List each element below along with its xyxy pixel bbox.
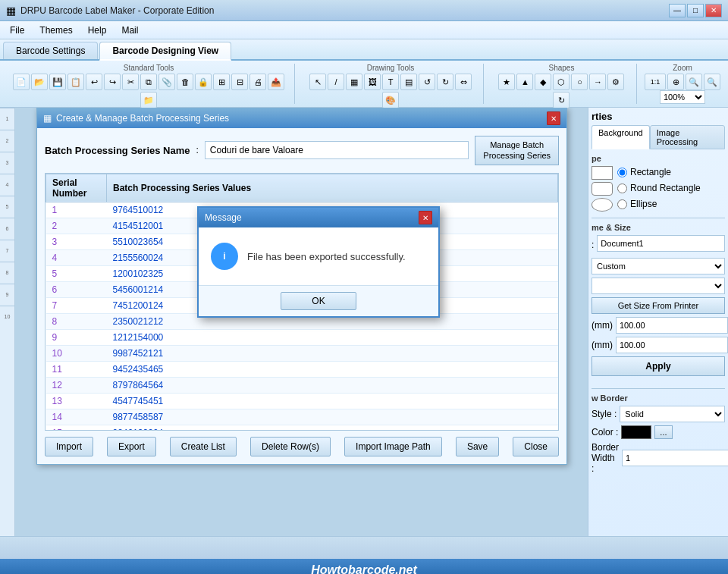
- serial-cell: 15: [46, 425, 107, 431]
- draw-select-btn[interactable]: ↖: [309, 74, 326, 90]
- flip-btn[interactable]: ⇔: [455, 74, 472, 90]
- draw-barcode2-btn[interactable]: ▤: [400, 74, 417, 90]
- menu-mail[interactable]: Mail: [115, 23, 145, 38]
- message-buttons: OK: [199, 285, 438, 316]
- undo-btn[interactable]: ↩: [86, 74, 102, 90]
- folder-btn[interactable]: 📁: [140, 92, 157, 108]
- border-color-btn[interactable]: ...: [654, 425, 672, 439]
- document-name-input[interactable]: [597, 235, 725, 252]
- draw-line-btn[interactable]: /: [328, 74, 344, 90]
- name-size-section: me & Size : Custom A4 Letter Get Size Fr…: [592, 223, 725, 382]
- close-batch-btn[interactable]: Close: [513, 437, 559, 456]
- shapes-label: Shapes: [549, 64, 575, 72]
- batch-buttons: Import Export Create List Delete Row(s) …: [45, 437, 559, 456]
- apply-button[interactable]: Apply: [592, 356, 725, 376]
- orientation-select[interactable]: [592, 278, 725, 294]
- triangle-btn[interactable]: ▲: [516, 74, 533, 90]
- diamond-btn[interactable]: ◆: [535, 74, 551, 90]
- star5-btn[interactable]: ★: [498, 74, 515, 90]
- border-width-input[interactable]: [622, 450, 728, 466]
- shape-option-rect: Rectangle: [592, 166, 725, 180]
- import-image-path-btn[interactable]: Import Image Path: [344, 437, 442, 456]
- width-input[interactable]: [616, 317, 728, 334]
- message-text: File has been exported successfully.: [247, 251, 406, 262]
- delete-btn[interactable]: 🗑: [177, 74, 193, 90]
- app-icon: ▦: [6, 5, 16, 17]
- redo-btn[interactable]: ↪: [104, 74, 121, 90]
- draw-text-btn[interactable]: T: [382, 74, 399, 90]
- zoom-ratio-btn[interactable]: 1:1: [645, 74, 666, 90]
- tab-image-processing[interactable]: Image Processing: [650, 125, 725, 149]
- menu-help[interactable]: Help: [81, 23, 114, 38]
- draw-barcode-btn[interactable]: ▦: [346, 74, 362, 90]
- batch-dialog-title-text: Create & Manage Batch Processing Series: [56, 113, 229, 124]
- cut-btn[interactable]: ✂: [122, 74, 139, 90]
- export-btn[interactable]: 📤: [268, 74, 284, 90]
- size-preset-select[interactable]: Custom A4 Letter: [592, 258, 725, 274]
- zoom-fit-btn[interactable]: ⊕: [667, 74, 684, 90]
- copy-btn[interactable]: ⧉: [140, 74, 157, 90]
- minimize-button[interactable]: —: [669, 4, 686, 17]
- saveas-btn[interactable]: 📋: [67, 74, 84, 90]
- ok-button[interactable]: OK: [281, 292, 356, 310]
- batch-dialog-close[interactable]: ✕: [547, 111, 560, 125]
- right-panel-tabs: Background Image Processing: [592, 125, 725, 149]
- serial-cell: 11: [46, 361, 107, 377]
- delete-rows-btn[interactable]: Delete Row(s): [250, 437, 331, 456]
- gear-btn[interactable]: ⚙: [607, 74, 624, 90]
- arrow-circular-btn[interactable]: ↻: [553, 92, 570, 108]
- zoom-in-btn[interactable]: 🔍: [686, 74, 702, 90]
- draw-image-btn[interactable]: 🖼: [364, 74, 381, 90]
- paint-btn[interactable]: 🎨: [382, 92, 399, 108]
- message-close-btn[interactable]: ✕: [419, 211, 432, 224]
- value-cell: 8797864564: [107, 377, 558, 393]
- series-name-input[interactable]: [205, 141, 469, 159]
- export-btn-batch[interactable]: Export: [107, 437, 156, 456]
- rotate-right-btn[interactable]: ↻: [437, 74, 453, 90]
- hexagon-btn[interactable]: ⬡: [553, 74, 570, 90]
- serial-cell: 10: [46, 345, 107, 361]
- new-btn[interactable]: 📄: [13, 74, 30, 90]
- height-input[interactable]: [616, 337, 728, 353]
- save-batch-btn[interactable]: Save: [456, 437, 499, 456]
- shape-round-radio[interactable]: [617, 183, 627, 193]
- serial-cell: 2: [46, 218, 107, 234]
- grid-btn[interactable]: ⊞: [213, 74, 230, 90]
- rotate-left-btn[interactable]: ↺: [419, 74, 435, 90]
- border-style-select[interactable]: Solid Dashed Dotted: [620, 406, 725, 422]
- paste-btn[interactable]: 📎: [158, 74, 175, 90]
- lock-btn[interactable]: 🔒: [195, 74, 212, 90]
- toolbar-area: Standard Tools 📄 📂 💾 📋 ↩ ↪ ✂ ⧉ 📎 🗑 🔒 ⊞ ⊟…: [0, 61, 728, 108]
- zoom-out-btn[interactable]: 🔍: [704, 74, 720, 90]
- arrow-right-btn[interactable]: →: [589, 74, 606, 90]
- center-canvas: ▦ Create & Manage Batch Processing Serie…: [15, 108, 588, 536]
- print-btn[interactable]: 🖨: [249, 74, 266, 90]
- maximize-button[interactable]: □: [687, 4, 704, 17]
- save-btn[interactable]: 💾: [49, 74, 66, 90]
- serial-cell: 12: [46, 377, 107, 393]
- window-close-button[interactable]: ✕: [705, 4, 722, 17]
- manage-btn[interactable]: Manage BatchProcessing Series: [475, 136, 559, 165]
- status-bar: [0, 536, 728, 559]
- get-size-from-printer-btn[interactable]: Get Size From Printer: [592, 297, 725, 314]
- table-row: 159846123004: [46, 425, 558, 431]
- shape-rect-label: Rectangle: [630, 167, 671, 177]
- width-label: (mm): [592, 320, 613, 331]
- tab-barcode-designing[interactable]: Barcode Designing View: [99, 42, 231, 61]
- serial-cell: 13: [46, 393, 107, 409]
- menu-file[interactable]: File: [3, 23, 31, 38]
- tab-barcode-settings[interactable]: Barcode Settings: [3, 42, 98, 59]
- circle-btn[interactable]: ○: [571, 74, 588, 90]
- open-btn[interactable]: 📂: [31, 74, 48, 90]
- serial-cell: 9: [46, 329, 107, 345]
- shape-rect-radio[interactable]: [617, 168, 627, 177]
- menu-themes[interactable]: Themes: [33, 23, 79, 38]
- table-row: 128797864564: [46, 377, 558, 393]
- shape-ellipse-radio[interactable]: [617, 199, 627, 209]
- import-btn[interactable]: Import: [45, 437, 93, 456]
- message-dialog: Message ✕ i File has been exported succe…: [197, 206, 440, 318]
- tab-background[interactable]: Background: [592, 125, 650, 149]
- zoom-select[interactable]: 100% 75% 50% 150%: [660, 90, 705, 104]
- table-btn[interactable]: ⊟: [231, 74, 248, 90]
- create-list-btn[interactable]: Create List: [170, 437, 237, 456]
